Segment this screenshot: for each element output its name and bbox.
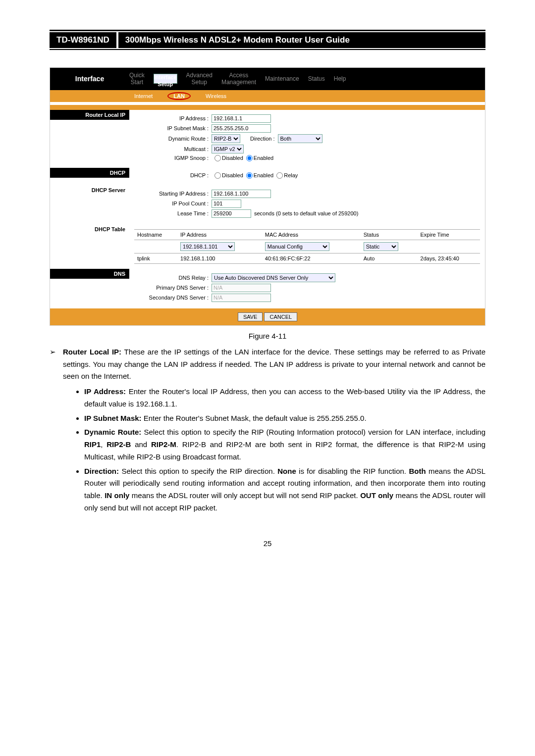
dhcp-enabled-radio[interactable] [246,172,253,179]
tab-quick-start[interactable]: Quick Start [129,72,145,86]
subnet-mask-input[interactable] [212,124,271,133]
start-ip-input[interactable] [212,190,271,198]
multicast-select[interactable]: IGMP v2 [212,145,244,153]
nav-section-label: Interface [50,68,129,90]
bullet-icon: ➢ [50,346,56,383]
dhcp-relay-radio[interactable] [276,172,283,179]
primary-dns-input [212,284,271,292]
save-button[interactable]: SAVE [238,312,263,321]
cancel-button[interactable]: CANCEL [264,312,297,321]
tab-access-management[interactable]: Access Management [221,72,256,86]
table-row: tplink 192.168.1.100 40:61:86:FC:6F:22 A… [134,253,480,263]
lease-time-input[interactable] [212,209,251,218]
section-dns: DNS [50,269,129,279]
tab-help[interactable]: Help [334,75,346,82]
subtab-internet[interactable]: Internet [134,93,153,99]
tab-advanced-setup[interactable]: Advanced Setup [186,72,213,86]
section-dhcp-table: DHCP Table [50,224,129,234]
secondary-dns-input [212,294,271,302]
tab-status[interactable]: Status [308,75,325,82]
dhcp-ip-select[interactable]: 192.168.1.101 [180,242,235,251]
tab-interface-setup[interactable]: Interface Setup [154,74,177,84]
ip-pool-count-input[interactable] [212,200,241,208]
doc-title: 300Mbps Wireless N ADSL2+ Modem Router U… [118,32,485,48]
dhcp-table: Hostname IP Address MAC Address Status E… [134,229,480,264]
table-row: 192.168.1.101 Manual Config Static [134,240,480,253]
dynamic-route-select[interactable]: RIP2-B [212,134,240,143]
section-router-local-ip: Router Local IP [50,110,129,120]
dns-relay-select[interactable]: Use Auto Discovered DNS Server Only [212,273,335,282]
dhcp-status-select[interactable]: Static [364,242,398,251]
subtab-lan[interactable]: LAN [167,92,191,100]
tab-maintenance[interactable]: Maintenance [265,75,299,82]
section-dhcp-server: DHCP Server [50,185,129,195]
page-number: 25 [50,539,485,548]
ip-address-input[interactable] [212,114,271,123]
igmp-snoop-enabled-radio[interactable] [246,155,253,161]
igmp-snoop-disabled-radio[interactable] [214,155,221,161]
section-dhcp: DHCP [50,168,129,178]
doc-header: TD-W8961ND 300Mbps Wireless N ADSL2+ Mod… [50,32,485,48]
model-badge: TD-W8961ND [50,32,116,48]
figure-caption: Figure 4-11 [50,332,485,340]
doc-text: ➢ Router Local IP: These are the IP sett… [50,346,485,514]
dhcp-mac-select[interactable]: Manual Config [265,242,329,251]
subtab-wireless[interactable]: Wireless [206,93,226,99]
direction-select[interactable]: Both [278,134,322,143]
dhcp-disabled-radio[interactable] [214,172,221,179]
router-ui: Interface Quick Start Interface Setup Ad… [50,67,485,326]
